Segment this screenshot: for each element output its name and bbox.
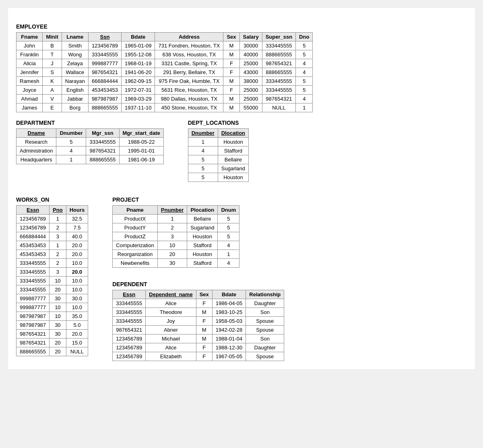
table-cell: 35.0 <box>66 312 88 321</box>
table-cell: 4 <box>296 68 313 77</box>
table-cell: 1988-05-22 <box>119 138 163 147</box>
table-cell: F <box>196 343 212 352</box>
table-cell: 3 <box>50 232 66 241</box>
employee-table: FnameMinitLnameSsnBdateAddressSexSalaryS… <box>16 32 313 112</box>
table-cell: 4 <box>296 59 313 68</box>
table-cell: Bellaire <box>218 155 248 164</box>
table-cell: 40000 <box>239 50 262 59</box>
table-cell: 1 <box>296 103 313 112</box>
table-cell: Ahmad <box>17 95 43 103</box>
column-header-ssn: Ssn <box>88 33 121 41</box>
table-row: Computerization10Stafford4 <box>113 241 239 250</box>
table-cell: 888665555 <box>262 50 295 59</box>
column-header-dnum: Dnum <box>218 206 239 215</box>
table-cell: Computerization <box>113 241 158 250</box>
table-cell: T <box>43 50 62 59</box>
table-cell: V <box>43 95 62 103</box>
table-row: 12345678927.5 <box>17 223 88 232</box>
table-cell: 987654321 <box>17 339 50 347</box>
table-cell: 1958-05-03 <box>212 317 246 326</box>
table-cell: Sugarland <box>187 223 218 232</box>
table-cell: Daughter <box>246 343 284 352</box>
table-row: 333445555AliceF1986-04-05Daughter <box>113 299 284 308</box>
table-cell: 5 <box>188 173 218 182</box>
table-cell: 4 <box>56 147 86 155</box>
table-row: AliciaJZelaya9998877771968-01-193321 Cas… <box>17 59 313 68</box>
table-cell: Son <box>246 308 284 317</box>
table-cell: Son <box>246 334 284 343</box>
table-cell: 10 <box>50 312 66 321</box>
table-cell: 999887777 <box>17 303 50 312</box>
table-cell: A <box>43 86 62 95</box>
table-cell: 1955-12-08 <box>121 50 155 59</box>
table-cell: 999887777 <box>88 59 121 68</box>
table-cell: 5 <box>56 138 86 147</box>
table-cell: 453453453 <box>88 86 121 95</box>
table-cell: Houston <box>187 250 218 259</box>
table-cell: M <box>223 95 239 103</box>
table-cell: 888665555 <box>17 347 50 356</box>
table-cell: 291 Berry, Bellaire, TX <box>155 68 223 77</box>
table-row: 333445555TheodoreM1983-10-25Son <box>113 308 284 317</box>
table-cell: 987654321 <box>88 68 121 77</box>
table-row: RameshKNarayan6668844441962-09-15975 Fir… <box>17 77 313 86</box>
table-cell: Theodore <box>146 308 196 317</box>
dependent-title: DEPENDENT <box>112 281 284 287</box>
table-row: 88866555520NULL <box>17 347 88 356</box>
table-row: 9876543213020.0 <box>17 330 88 339</box>
column-header-relationship: Relationship <box>246 290 284 299</box>
table-cell: Michael <box>146 334 196 343</box>
page: EMPLOYEE FnameMinitLnameSsnBdateAddressS… <box>8 8 475 369</box>
table-cell: M <box>223 50 239 59</box>
table-cell: 731 Fondren, Houston, TX <box>155 41 223 50</box>
table-cell: 30 <box>50 321 66 330</box>
table-row: Newbenefits30Stafford4 <box>113 259 239 268</box>
project-title: PROJECT <box>112 196 284 203</box>
table-cell: 123456789 <box>17 215 50 223</box>
table-cell: 987654321 <box>86 147 119 155</box>
table-cell: 20.0 <box>66 330 88 339</box>
table-row: ProductY2Sugarland5 <box>113 223 239 232</box>
table-cell: Stafford <box>187 259 218 268</box>
table-cell: Reorganization <box>113 250 158 259</box>
table-row: AhmadVJabbar9879879871969-03-29980 Dalla… <box>17 95 313 103</box>
table-cell: Narayan <box>62 77 88 86</box>
table-cell: 638 Voss, Houston, TX <box>155 50 223 59</box>
table-cell: 2 <box>50 223 66 232</box>
table-cell: 4 <box>218 259 239 268</box>
table-cell: 987654321 <box>262 95 295 103</box>
table-cell: Alicia <box>17 59 43 68</box>
table-cell: 1988-01-04 <box>212 334 246 343</box>
table-cell: 25000 <box>239 59 262 68</box>
table-cell: B <box>43 41 62 50</box>
table-cell: 666884444 <box>88 77 121 86</box>
table-cell: 123456789 <box>88 41 121 50</box>
table-cell: 333445555 <box>86 138 119 147</box>
table-cell: Administration <box>17 147 56 155</box>
table-cell: ProductZ <box>113 232 158 241</box>
table-cell: 5 <box>296 77 313 86</box>
table-cell: 333445555 <box>17 285 50 294</box>
table-row: 9879879871035.0 <box>17 312 88 321</box>
table-cell: Sugarland <box>218 164 248 173</box>
table-row: 453453453220.0 <box>17 250 88 259</box>
table-cell: 20 <box>50 347 66 356</box>
column-header-hours: Hours <box>66 206 88 215</box>
table-cell: Alice <box>146 299 196 308</box>
table-cell: 1969-03-29 <box>121 95 155 103</box>
table-cell: M <box>223 41 239 50</box>
table-cell: 1972-07-31 <box>121 86 155 95</box>
table-cell: 453453453 <box>17 250 50 259</box>
column-header-plocation: Plocation <box>187 206 218 215</box>
table-cell: 10.0 <box>66 277 88 285</box>
table-cell: 32.5 <box>66 215 88 223</box>
column-header-sex: Sex <box>196 290 212 299</box>
table-cell: 975 Fire Oak, Humble, TX <box>155 77 223 86</box>
table-cell: 453453453 <box>17 241 50 250</box>
table-row: 333445555210.0 <box>17 259 88 268</box>
table-cell: Franklin <box>17 50 43 59</box>
column-header-dno: Dno <box>296 33 313 41</box>
column-header-mgr-start_date: Mgr_start_date <box>119 129 163 138</box>
table-cell: 5 <box>218 232 239 241</box>
table-cell: 5 <box>218 215 239 223</box>
